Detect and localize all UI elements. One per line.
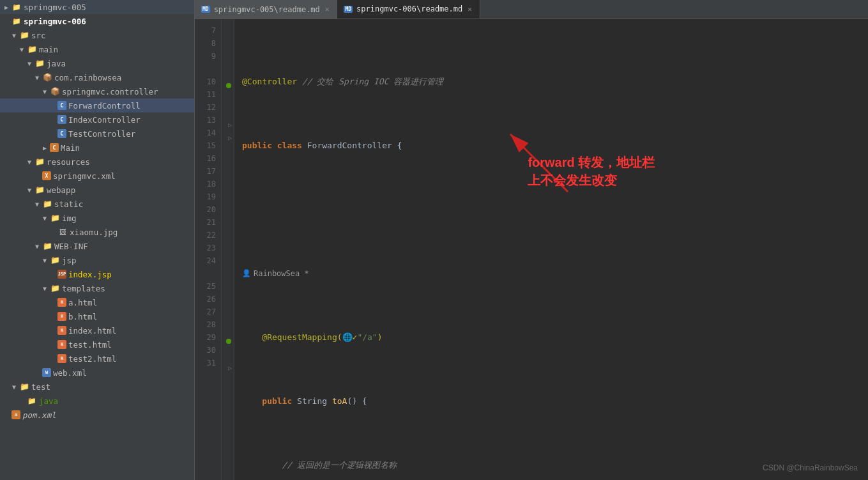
code-line-11: public String toA() {	[242, 395, 863, 408]
chevron-none-ic	[49, 116, 56, 123]
html-file-icon-test: H	[57, 340, 66, 349]
sidebar-item-springmvc-controller[interactable]: ▼ 📦 springmvc.controller	[0, 84, 194, 98]
author-line-1: 👤 RainbowSea *	[242, 267, 863, 280]
chevron-right-icon: ▶	[3, 3, 10, 11]
sidebar-item-java[interactable]: ▼ 📁 java	[0, 56, 194, 70]
sidebar-label-springmvc006: springmvc-006	[24, 17, 86, 26]
sidebar-label-a-html: a.html	[68, 298, 97, 307]
sidebar-label-test-folder: test	[31, 382, 50, 392]
code-line-7: @Controller // 交给 Spring IOC 容器进行管理	[242, 75, 863, 88]
sidebar-label-test2-html: test2.html	[68, 354, 116, 364]
folder-img-icon: 📁	[50, 213, 60, 223]
sidebar-item-test-controller[interactable]: C TestController	[0, 127, 194, 141]
code-area[interactable]: @Controller // 交给 Spring IOC 容器进行管理 publ…	[234, 19, 868, 480]
sidebar-item-pom-xml[interactable]: m pom.xml	[0, 408, 194, 422]
sidebar-label-resources: resources	[47, 157, 90, 167]
chevron-none-sxml	[33, 172, 41, 180]
sidebar-item-test-html[interactable]: H test.html	[0, 337, 194, 352]
sidebar-item-web-xml[interactable]: W web.xml	[0, 366, 194, 380]
chevron-down-res: ▼	[26, 158, 33, 166]
sidebar-item-com-rainbowsea[interactable]: ▼ 📦 com.rainbowsea	[0, 70, 194, 84]
tab-springmvc005-readme[interactable]: MD springmvc-005\readme.md ✕	[195, 0, 337, 19]
chevron-none-tc	[49, 130, 56, 137]
tab-label-1: springmvc-005\readme.md	[214, 5, 320, 14]
sidebar-item-main[interactable]: ▼ 📁 main	[0, 42, 194, 56]
sidebar-label-index-controller: IndexController	[68, 115, 141, 125]
sidebar-item-index-controller[interactable]: C IndexController	[0, 112, 194, 127]
sidebar-item-jsp-folder[interactable]: ▼ 📁 jsp	[0, 253, 194, 267]
sidebar-item-test2-html[interactable]: H test2.html	[0, 352, 194, 366]
tab-label-2: springmvc-006\readme.md	[356, 4, 462, 13]
sidebar-label-forward-controll: ForwardControll	[68, 101, 141, 111]
xml-file-icon: X	[42, 171, 51, 180]
chevron-down-test-folder: ▼	[10, 383, 18, 391]
sidebar-item-resources[interactable]: ▼ 📁 resources	[0, 155, 194, 169]
sidebar-label-xiaomu-jpg: xiaomu.jpg	[70, 228, 118, 237]
sidebar-label-index-jsp: index.jsp	[68, 270, 112, 279]
folder-static-icon: 📁	[42, 199, 52, 209]
project-icon2: 📁	[11, 16, 22, 26]
tab-springmvc006-readme[interactable]: MD springmvc-006\readme.md ✕	[337, 0, 480, 19]
sidebar-label-test-java: java	[39, 396, 58, 406]
sidebar-item-index-jsp[interactable]: JSP index.jsp	[0, 267, 194, 281]
folder-jsp-icon: 📁	[50, 255, 60, 265]
tab-close-1[interactable]: ✕	[324, 5, 331, 13]
sidebar-item-index-html[interactable]: H index.html	[0, 323, 194, 337]
editor-main: MD springmvc-005\readme.md ✕ MD springmv…	[195, 0, 868, 480]
folder-webinf-icon: 📁	[42, 241, 52, 251]
gutter-dot-26	[226, 339, 231, 344]
sidebar-label-web-inf: WEB-INF	[54, 242, 88, 251]
sidebar-label-jsp-folder: jsp	[62, 256, 77, 265]
tab-close-2[interactable]: ✕	[466, 5, 473, 13]
sidebar-item-test-folder[interactable]: ▼ 📁 test	[0, 380, 194, 394]
chevron-down-webinf: ▼	[33, 242, 41, 250]
chevron-down-templates: ▼	[41, 284, 49, 292]
gutter-arrow-13: ▷	[228, 134, 232, 141]
code-line-10: @RequestMapping(🌐✓"/a")	[242, 331, 863, 344]
sidebar-item-webapp[interactable]: ▼ 📁 webapp	[0, 183, 194, 197]
sidebar-item-test-java[interactable]: 📁 java	[0, 394, 194, 408]
sidebar-item-img[interactable]: ▼ 📁 img	[0, 211, 194, 225]
sidebar-label-static: static	[54, 199, 83, 209]
forward-annotation: forward 转发，地址栏 上不会发生改变	[508, 160, 664, 355]
chevron-none-jpg	[49, 228, 56, 236]
sidebar-item-xiaomu-jpg[interactable]: 🖼 xiaomu.jpg	[0, 225, 194, 239]
sidebar-item-b-html[interactable]: H b.html	[0, 309, 194, 323]
folder-main-icon: 📁	[27, 44, 37, 54]
sidebar-item-main-class[interactable]: ▶ C Main	[0, 141, 194, 155]
sidebar-item-templates[interactable]: ▼ 📁 templates	[0, 281, 194, 295]
sidebar-label-b-html: b.html	[68, 312, 97, 321]
sidebar-label-main: main	[39, 45, 58, 54]
chevron-down-jsp: ▼	[41, 256, 49, 264]
sidebar-label-img: img	[62, 213, 77, 223]
xml-web-file-icon: W	[42, 368, 51, 377]
chevron-down-img: ▼	[41, 214, 49, 222]
sidebar-item-springmvc-xml[interactable]: X springmvc.xml	[0, 169, 194, 183]
md-icon-tab1: MD	[201, 6, 210, 13]
chevron-none-jsp	[49, 270, 56, 278]
gutter-arrow-27: ▷	[228, 364, 232, 371]
sidebar-item-springmvc005[interactable]: ▶ 📁 springmvc-005	[0, 0, 194, 14]
chevron-none-wxml	[33, 369, 41, 376]
sidebar-item-a-html[interactable]: H a.html	[0, 295, 194, 309]
sidebar-label-main-class: Main	[61, 143, 80, 153]
img-file-icon: 🖼	[57, 227, 68, 237]
chevron-down-ctrl: ▼	[41, 88, 49, 95]
editor-content-area[interactable]: 7 8 9 10 11 12 13 14 15 16 17 18 19 20 2…	[195, 19, 868, 480]
sidebar-item-static[interactable]: ▼ 📁 static	[0, 197, 194, 211]
sidebar: ▶ 📁 springmvc-005 📁 springmvc-006 ▼ 📁 sr…	[0, 0, 195, 480]
folder-java-icon: 📁	[34, 58, 45, 68]
code-line-8: public class ForwardController {	[242, 139, 863, 152]
line-numbers: 7 8 9 10 11 12 13 14 15 16 17 18 19 20 2…	[195, 19, 222, 480]
chevron-none-icon	[3, 17, 10, 25]
chevron-down-java: ▼	[26, 59, 33, 67]
gutter-icons-panel: ▷ ▷ ▷	[222, 19, 234, 480]
pom-file-icon: m	[11, 410, 20, 419]
sidebar-item-web-inf[interactable]: ▼ 📁 WEB-INF	[0, 239, 194, 253]
chevron-none-th	[49, 341, 56, 348]
sidebar-item-springmvc006[interactable]: 📁 springmvc-006	[0, 14, 194, 28]
folder-templates-icon: 📁	[50, 283, 60, 293]
sidebar-item-forward-controll[interactable]: C ForwardControll	[0, 98, 194, 112]
sidebar-item-src[interactable]: ▼ 📁 src	[0, 28, 194, 42]
java-main-icon: C	[50, 143, 59, 152]
